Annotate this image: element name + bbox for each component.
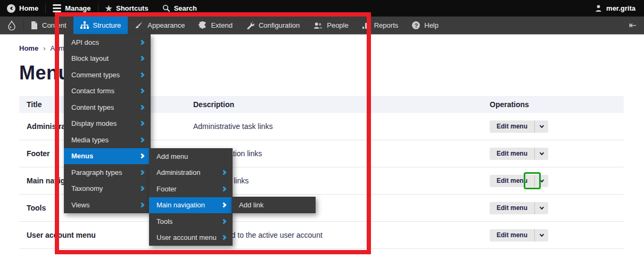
hamburger-icon bbox=[53, 4, 61, 12]
edit-menu-button[interactable]: Edit menu bbox=[490, 175, 548, 187]
row-description: Administrative task links bbox=[193, 122, 490, 131]
submenu-item-tools[interactable]: Tools bbox=[149, 213, 233, 230]
submenu-item-footer[interactable]: Footer bbox=[149, 181, 233, 197]
menu-item-taxonomy[interactable]: Taxonomy bbox=[64, 181, 151, 197]
chevron-right-icon bbox=[139, 104, 145, 110]
edit-menu-dropdown-toggle[interactable] bbox=[534, 202, 548, 214]
structure-dropdown-menu: API docs Block layout Comment types Cont… bbox=[64, 34, 151, 213]
toolbar-home[interactable]: Home bbox=[0, 0, 45, 17]
menu-item-views[interactable]: Views bbox=[64, 197, 151, 213]
table-row: User account menu Links related to the a… bbox=[19, 222, 624, 249]
row-description: Site information links bbox=[193, 149, 490, 158]
menu-item-extend[interactable]: Extend bbox=[192, 17, 239, 34]
edit-menu-button[interactable]: Edit menu bbox=[490, 148, 548, 160]
puzzle-icon bbox=[199, 21, 207, 29]
breadcrumb-home[interactable]: Home bbox=[19, 44, 38, 52]
menu-item-people[interactable]: People bbox=[307, 17, 355, 34]
collapse-left-icon[interactable]: ⇤ bbox=[622, 20, 644, 31]
submenu-item-administration[interactable]: Administration bbox=[149, 165, 233, 181]
chevron-right-icon bbox=[221, 170, 227, 175]
submenu-item-add-link[interactable]: Add link bbox=[232, 197, 316, 213]
header-operations: Operations bbox=[490, 100, 624, 109]
menu-item-configuration-label: Configuration bbox=[259, 21, 300, 29]
chevron-right-icon bbox=[139, 186, 145, 191]
main-navigation-submenu: Add link bbox=[232, 197, 316, 213]
edit-menu-button[interactable]: Edit menu bbox=[490, 202, 548, 214]
menu-item-display-modes[interactable]: Display modes bbox=[64, 116, 151, 132]
chevron-right-icon bbox=[139, 137, 145, 142]
submenu-item-main-navigation[interactable]: Main navigation bbox=[149, 197, 233, 214]
menu-item-appearance[interactable]: Appearance bbox=[128, 17, 192, 34]
paintbrush-icon bbox=[135, 21, 143, 29]
menu-item-help-label: Help bbox=[424, 21, 439, 29]
edit-menu-label[interactable]: Edit menu bbox=[490, 148, 534, 160]
menu-item-contact-forms[interactable]: Contact forms bbox=[64, 83, 151, 100]
edit-menu-dropdown-toggle[interactable] bbox=[534, 148, 548, 160]
sitemap-icon bbox=[80, 21, 89, 29]
edit-menu-button[interactable]: Edit menu bbox=[490, 229, 548, 241]
chevron-right-icon bbox=[139, 170, 145, 175]
submenu-item-user-account-menu[interactable]: User account menu bbox=[149, 230, 233, 246]
bar-chart-icon bbox=[362, 22, 370, 29]
menus-submenu: Add menu Administration Footer Main navi… bbox=[149, 148, 233, 246]
chevron-down-icon bbox=[539, 232, 543, 236]
row-description: Site section links bbox=[193, 176, 490, 185]
menu-item-help[interactable]: ? Help bbox=[405, 17, 445, 34]
menu-item-media-types[interactable]: Media types bbox=[64, 132, 151, 148]
menu-item-api-docs[interactable]: API docs bbox=[64, 34, 151, 51]
admin-toolbar-menu: Content Structure Appearance Extend Conf… bbox=[0, 17, 644, 34]
toolbar-manage[interactable]: Manage bbox=[46, 0, 97, 17]
row-description: Links related to the active user account bbox=[193, 231, 490, 239]
edit-menu-label[interactable]: Edit menu bbox=[490, 202, 534, 214]
menu-item-comment-types[interactable]: Comment types bbox=[64, 67, 151, 83]
edit-menu-dropdown-toggle[interactable] bbox=[534, 229, 548, 241]
toolbar-user-label: mer.grita bbox=[606, 4, 635, 12]
chevron-right-icon bbox=[221, 203, 227, 208]
chevron-right-icon bbox=[139, 72, 145, 77]
edit-menu-label[interactable]: Edit menu bbox=[490, 120, 534, 133]
chevron-down-icon bbox=[539, 205, 543, 209]
file-icon bbox=[31, 21, 38, 29]
header-description: Description bbox=[193, 100, 490, 109]
drupal-logo[interactable] bbox=[0, 17, 23, 34]
menu-item-extend-label: Extend bbox=[211, 21, 232, 29]
chevron-right-icon bbox=[221, 219, 227, 224]
admin-toolbar-top: Home Manage ★ Shortcuts Search mer.grita bbox=[0, 0, 644, 17]
menu-item-menus[interactable]: Menus bbox=[64, 148, 151, 165]
toolbar-user-menu[interactable]: mer.grita bbox=[586, 4, 644, 12]
chevron-right-icon bbox=[139, 121, 145, 126]
menu-item-content-types[interactable]: Content types bbox=[64, 99, 151, 116]
menu-item-content-label: Content bbox=[42, 21, 67, 29]
toolbar-search[interactable]: Search bbox=[155, 0, 204, 17]
menu-item-structure[interactable]: Structure bbox=[73, 17, 128, 34]
drupal-admin-page: Home Manage ★ Shortcuts Search mer.grita bbox=[0, 0, 644, 258]
menu-item-paragraph-types[interactable]: Paragraph types bbox=[64, 164, 151, 181]
menu-item-content[interactable]: Content bbox=[24, 17, 73, 34]
toolbar-shortcuts[interactable]: ★ Shortcuts bbox=[98, 0, 155, 17]
toolbar-shortcuts-label: Shortcuts bbox=[116, 4, 148, 12]
edit-menu-dropdown-toggle[interactable] bbox=[534, 120, 548, 133]
edit-menu-dropdown-toggle[interactable] bbox=[534, 175, 548, 187]
toolbar-manage-label: Manage bbox=[65, 4, 90, 12]
chevron-right-icon bbox=[139, 56, 145, 61]
edit-menu-label[interactable]: Edit menu bbox=[490, 229, 534, 241]
toolbar-search-label: Search bbox=[174, 4, 197, 12]
question-icon: ? bbox=[412, 21, 420, 29]
menu-item-appearance-label: Appearance bbox=[147, 21, 185, 29]
drupal-logo-icon bbox=[7, 21, 16, 30]
edit-menu-label[interactable]: Edit menu bbox=[490, 175, 534, 187]
edit-menu-button[interactable]: Edit menu bbox=[490, 120, 548, 133]
chevron-down-icon bbox=[539, 123, 543, 127]
people-icon bbox=[313, 22, 323, 29]
submenu-item-add-menu[interactable]: Add menu bbox=[149, 148, 233, 165]
chevron-right-icon bbox=[221, 235, 227, 240]
person-icon bbox=[595, 4, 602, 12]
menu-item-block-layout[interactable]: Block layout bbox=[64, 51, 151, 67]
star-icon: ★ bbox=[105, 4, 112, 12]
menu-item-configuration[interactable]: Configuration bbox=[240, 17, 307, 34]
chevron-right-icon bbox=[139, 88, 145, 94]
chevron-right-icon bbox=[139, 154, 145, 159]
breadcrumb-separator: › bbox=[43, 44, 45, 52]
menu-item-reports[interactable]: Reports bbox=[356, 17, 406, 34]
menu-item-people-label: People bbox=[327, 21, 348, 29]
